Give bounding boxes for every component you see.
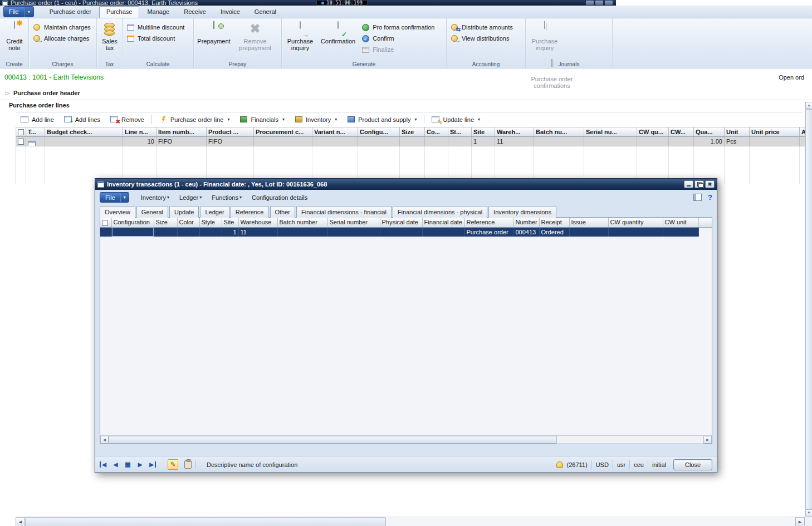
scrollbar-thumb[interactable]: [805, 109, 812, 509]
column-header[interactable]: Configuration: [111, 218, 154, 227]
cell-warehouse[interactable]: 11: [495, 137, 534, 146]
column-header[interactable]: Serial number: [327, 218, 380, 227]
tab-reference[interactable]: Reference: [231, 206, 269, 218]
cell-size[interactable]: [400, 137, 425, 146]
column-header[interactable]: Site: [222, 218, 238, 227]
column-header[interactable]: Variant n...: [312, 127, 358, 137]
select-all-checkbox[interactable]: [100, 218, 111, 227]
cell-number[interactable]: 000413: [513, 227, 539, 237]
close-icon[interactable]: [705, 180, 715, 188]
cell-size[interactable]: [154, 227, 177, 237]
multiline-discount-button[interactable]: Multiline discount: [125, 22, 186, 32]
cell-color[interactable]: [425, 137, 448, 146]
column-header[interactable]: St...: [448, 127, 472, 137]
layout-pane-icon[interactable]: [693, 194, 702, 201]
tab-other[interactable]: Other: [270, 206, 296, 218]
cell-transaction-type[interactable]: [26, 137, 45, 146]
tab-ledger[interactable]: Ledger: [200, 206, 229, 218]
cell-site[interactable]: 1: [222, 227, 238, 237]
column-header[interactable]: Unit: [725, 127, 750, 137]
column-header[interactable]: Style: [199, 218, 222, 227]
first-record-icon[interactable]: ◀: [100, 461, 107, 468]
cell-unit[interactable]: Pcs: [725, 137, 750, 146]
tab-financial-dimensions-physical[interactable]: Financial dimensions - physical: [393, 206, 487, 218]
cell-budget-check[interactable]: [45, 137, 123, 146]
close-icon[interactable]: [605, 1, 613, 5]
column-header[interactable]: Unit price: [750, 127, 800, 137]
confirm-button[interactable]: ✓ Confirm: [360, 33, 436, 43]
ribbon-tab-purchase[interactable]: Purchase: [99, 6, 139, 18]
cell-batch-number[interactable]: [534, 137, 584, 146]
tab-inventory-dimensions[interactable]: Inventory dimensions: [488, 206, 556, 218]
ribbon-tab-general[interactable]: General: [248, 6, 283, 18]
edit-mode-button[interactable]: ✎: [168, 459, 178, 470]
column-header[interactable]: CW...: [669, 127, 694, 137]
cell-color[interactable]: [177, 227, 199, 237]
column-header[interactable]: Serial nu...: [584, 127, 637, 137]
cell-financial-date[interactable]: [422, 227, 464, 237]
inventory-menu[interactable]: Inventory▾: [290, 116, 342, 123]
next-record-icon[interactable]: ▶: [136, 461, 144, 468]
tab-update[interactable]: Update: [169, 206, 199, 218]
column-header[interactable]: Batch nu...: [534, 127, 584, 137]
cell-item-number[interactable]: FIFO: [156, 137, 207, 146]
view-distributions-button[interactable]: → View distributions: [449, 33, 515, 43]
cell-amount[interactable]: [800, 137, 805, 146]
dialog-file-menu-button[interactable]: File ▾: [100, 192, 129, 203]
column-header[interactable]: Batch number: [277, 218, 327, 227]
pro-forma-confirmation-button[interactable]: Pro forma confirmation: [360, 22, 436, 32]
confirmation-button[interactable]: ✓ Confirmation: [318, 20, 358, 58]
cell-style[interactable]: [199, 227, 222, 237]
dialog-titlebar[interactable]: Inventory transactions (1 - ceu) - Finan…: [95, 179, 717, 190]
dialog-horizontal-scrollbar[interactable]: ◀ ▶: [100, 435, 712, 444]
cell-physical-date[interactable]: [380, 227, 422, 237]
table-row-selected[interactable]: 1 11 Purchase order 000413 Ordered: [100, 227, 712, 237]
minimize-icon[interactable]: [684, 180, 693, 188]
column-header[interactable]: Co...: [425, 127, 448, 137]
cell-cw-unit[interactable]: [669, 137, 694, 146]
maintain-charges-button[interactable]: Maintain charges: [31, 22, 92, 32]
ribbon-tab-receive[interactable]: Receive: [177, 6, 213, 18]
horizontal-scrollbar[interactable]: ◀ ▶: [16, 517, 805, 526]
cell-configuration[interactable]: [111, 227, 154, 237]
scroll-right-icon[interactable]: ▶: [795, 517, 805, 526]
column-header[interactable]: CW unit: [663, 218, 698, 227]
column-header[interactable]: Size: [154, 218, 177, 227]
window-controls[interactable]: [586, 1, 613, 5]
minimize-icon[interactable]: [586, 1, 594, 5]
cell-serial-number[interactable]: [327, 227, 380, 237]
column-header[interactable]: Line n...: [123, 127, 156, 137]
column-header[interactable]: T...: [26, 127, 45, 137]
column-header[interactable]: CW quantity: [608, 218, 663, 227]
column-header[interactable]: Warehouse: [238, 218, 277, 227]
tab-general[interactable]: General: [136, 206, 168, 218]
expander-icon[interactable]: ▷: [6, 90, 9, 96]
financials-menu[interactable]: Financials▾: [234, 116, 290, 123]
notification-bell-icon[interactable]: [556, 461, 563, 468]
select-all-checkbox[interactable]: [16, 127, 26, 137]
column-header[interactable]: Wareh...: [495, 127, 534, 137]
tab-financial-dimensions-financial[interactable]: Financial dimensions - financial: [296, 206, 392, 218]
scroll-up-icon[interactable]: ▲: [805, 102, 812, 109]
column-header[interactable]: Issue: [569, 218, 608, 227]
sales-tax-button[interactable]: Sales tax: [99, 20, 120, 58]
column-header[interactable]: Receipt: [539, 218, 569, 227]
tab-overview[interactable]: Overview: [100, 206, 135, 218]
cell-cw-quantity[interactable]: [608, 227, 663, 237]
file-menu-button[interactable]: File ▾: [3, 6, 34, 17]
table-row[interactable]: 10 FIFO FIFO 1 11 1.00 Pcs: [16, 137, 805, 146]
dialog-configuration-details-menu[interactable]: Configuration details: [247, 193, 312, 203]
prepayment-button[interactable]: Prepayment: [196, 20, 232, 58]
scroll-left-icon[interactable]: ◀: [100, 436, 109, 444]
cell-configuration[interactable]: [358, 137, 400, 146]
cell-quantity[interactable]: 1.00: [694, 137, 725, 146]
update-line-menu[interactable]: ✎ Update line▾: [427, 116, 485, 123]
purchase-order-line-menu[interactable]: Purchase order line▾: [154, 116, 234, 123]
cell-serial-number[interactable]: [584, 137, 637, 146]
cell-warehouse[interactable]: 11: [238, 227, 277, 237]
column-header[interactable]: Procurement c...: [254, 127, 312, 137]
ribbon-tab-manage[interactable]: Manage: [140, 6, 176, 18]
column-header[interactable]: Reference: [464, 218, 513, 227]
grid-view-icon[interactable]: ▦: [124, 461, 132, 468]
scrollbar-thumb[interactable]: [25, 517, 386, 526]
